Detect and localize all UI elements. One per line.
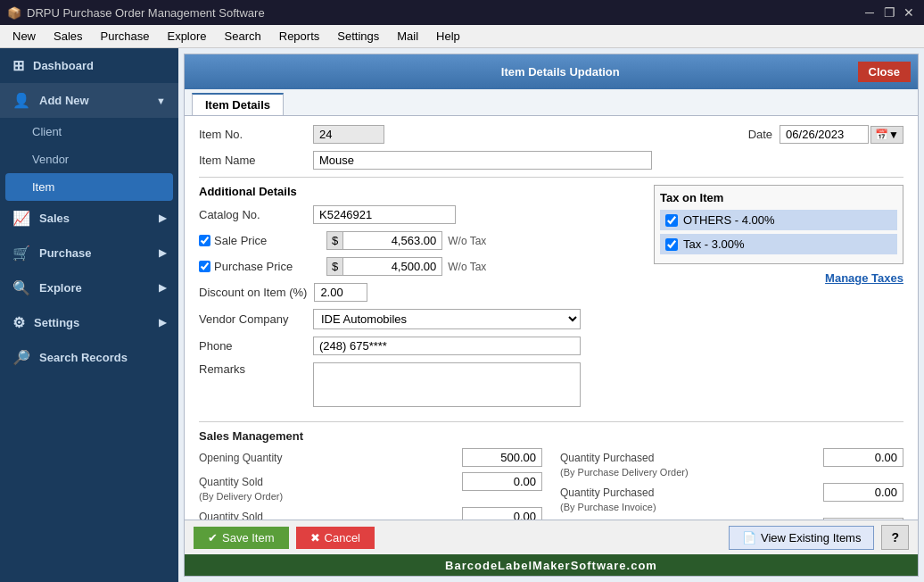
sidebar-item-addnew[interactable]: 👤 Add New ▼ [0, 83, 178, 118]
qty-purch-invoice-input[interactable] [823, 483, 903, 502]
footer: ✔ Save Item ✖ Cancel 📄 View Existing Ite… [185, 520, 918, 554]
qty-purch-delivery-row: Quantity Purchased (By Purchase Delivery… [560, 448, 903, 478]
purchase-price-check-group: Purchase Price [199, 260, 321, 273]
tab-row: Item Details [185, 89, 918, 116]
date-input[interactable] [780, 125, 869, 144]
sale-price-field: $ [326, 231, 442, 250]
sidebar-item-explore[interactable]: 🔍 Explore ▶ [0, 270, 178, 305]
tax-item-others: OTHERS - 4.00% [660, 210, 897, 230]
tax-tax-label: Tax - 3.00% [683, 237, 745, 251]
searchrecords-icon: 🔎 [12, 349, 30, 366]
item-no-input[interactable] [313, 125, 384, 144]
catalog-row: Catalog No. [199, 205, 636, 224]
menu-mail[interactable]: Mail [388, 28, 427, 45]
remarks-label: Remarks [199, 362, 306, 376]
cancel-label: Cancel [325, 531, 360, 545]
help-button[interactable]: ? [881, 525, 909, 550]
dashboard-icon: ⊞ [12, 57, 24, 74]
qty-sold-delivery-input[interactable] [462, 472, 542, 491]
sidebar-purchase-label: Purchase [39, 246, 92, 260]
app-icon: 📦 [7, 6, 21, 20]
barcode-footer: BarcodeLabelMakerSoftware.com [185, 554, 918, 576]
cancel-button[interactable]: ✖ Cancel [296, 527, 375, 549]
window-controls: ─ ❐ ✕ [862, 4, 917, 21]
addnew-icon: 👤 [12, 92, 30, 109]
sidebar-item-dashboard[interactable]: ⊞ Dashboard [0, 48, 178, 83]
phone-row: Phone [199, 337, 636, 355]
sale-price-input[interactable] [343, 232, 441, 249]
explore-icon: 🔍 [12, 279, 30, 296]
menu-reports[interactable]: Reports [270, 28, 329, 45]
item-name-input[interactable] [313, 151, 652, 170]
sidebar-item-purchase[interactable]: 🛒 Purchase ▶ [0, 236, 178, 270]
vendor-row: Vendor Company IDE Automobiles [199, 309, 636, 329]
panel-header: Item Details Updation Close [185, 54, 918, 89]
discount-label: Discount on Item (%) [199, 286, 307, 299]
discount-input[interactable] [314, 283, 367, 302]
menu-explore[interactable]: Explore [158, 28, 215, 45]
view-existing-button[interactable]: 📄 View Existing Items [729, 526, 874, 550]
sidebar-item-settings[interactable]: ⚙ Settings ▶ [0, 305, 178, 340]
menu-help[interactable]: Help [427, 28, 469, 45]
sidebar-item-searchrecords[interactable]: 🔎 Search Records [0, 340, 178, 375]
sale-price-wotax: W/o Tax [448, 235, 486, 247]
qty-sold-invoice-label: Quantity Sold [199, 511, 457, 520]
sidebar-sub-item[interactable]: Item [5, 173, 173, 201]
sidebar-item-sales[interactable]: 📈 Sales ▶ [0, 201, 178, 236]
main-layout: ⊞ Dashboard 👤 Add New ▼ Client Vendor It… [0, 48, 924, 582]
tax-tax-checkbox[interactable] [665, 238, 678, 251]
sale-price-row: Sale Price $ W/o Tax [199, 231, 636, 250]
minimize-btn[interactable]: ─ [862, 4, 878, 21]
phone-label: Phone [199, 339, 306, 353]
catalog-input[interactable] [313, 205, 456, 224]
qty-sold-invoice-input[interactable] [462, 507, 542, 520]
save-item-button[interactable]: ✔ Save Item [194, 527, 289, 549]
opening-qty-label: Opening Quantity [199, 452, 457, 464]
qty-sold-invoice-row: Quantity Sold (By Invoice) [199, 507, 542, 520]
menu-settings[interactable]: Settings [328, 28, 388, 45]
sales-management-title: Sales Management [199, 429, 903, 443]
purchase-price-row: Purchase Price $ W/o Tax [199, 257, 636, 276]
close-btn-titlebar[interactable]: ✕ [901, 4, 917, 21]
close-button[interactable]: Close [858, 62, 911, 82]
date-label: Date [737, 128, 772, 141]
purchase-price-label: Purchase Price [214, 260, 321, 273]
sidebar-dashboard-label: Dashboard [33, 59, 94, 72]
item-no-label: Item No. [199, 128, 306, 141]
manage-taxes-link[interactable]: Manage Taxes [654, 271, 903, 285]
panel-title: Item Details Updation [501, 65, 620, 79]
footer-left: ✔ Save Item ✖ Cancel [194, 527, 375, 549]
sales-col-right: Quantity Purchased (By Purchase Delivery… [560, 448, 903, 520]
purchase-price-checkbox[interactable] [199, 261, 210, 272]
menu-search[interactable]: Search [216, 28, 270, 45]
phone-input[interactable] [313, 337, 581, 355]
tab-item-details[interactable]: Item Details [192, 93, 284, 115]
qty-purch-invoice-row: Quantity Purchased (By Purchase Invoice) [560, 483, 903, 512]
opening-qty-row: Opening Quantity [199, 448, 542, 467]
sale-price-dollar: $ [327, 232, 343, 249]
sale-price-check-group: Sale Price [199, 234, 321, 247]
opening-qty-input[interactable] [462, 448, 542, 467]
remarks-textarea[interactable] [313, 362, 581, 407]
explore-arrow: ▶ [159, 282, 166, 294]
calendar-button[interactable]: 📅▼ [870, 126, 903, 144]
sidebar-explore-label: Explore [39, 281, 82, 295]
view-icon: 📄 [742, 531, 756, 545]
qty-sold-delivery-label: Quantity Sold [199, 476, 457, 488]
sidebar-sub-vendor[interactable]: Vendor [0, 146, 178, 173]
vendor-select[interactable]: IDE Automobiles [313, 309, 581, 329]
sale-price-checkbox[interactable] [199, 235, 210, 246]
purchase-icon: 🛒 [12, 245, 30, 262]
sidebar-sub-client[interactable]: Client [0, 118, 178, 146]
menu-purchase[interactable]: Purchase [92, 28, 159, 45]
qty-purch-delivery-label: Quantity Purchased [560, 452, 818, 464]
tax-others-checkbox[interactable] [665, 214, 678, 227]
purchase-price-input[interactable] [343, 258, 441, 275]
qty-sold-delivery-row: Quantity Sold (By Delivery Order) [199, 472, 542, 502]
maximize-btn[interactable]: ❐ [881, 4, 897, 21]
menu-new[interactable]: New [4, 28, 45, 45]
separator-2 [199, 421, 903, 422]
menu-sales[interactable]: Sales [45, 28, 92, 45]
qty-purch-delivery-input[interactable] [823, 448, 903, 467]
qty-sold-invoice-inner: Quantity Sold [199, 507, 542, 520]
